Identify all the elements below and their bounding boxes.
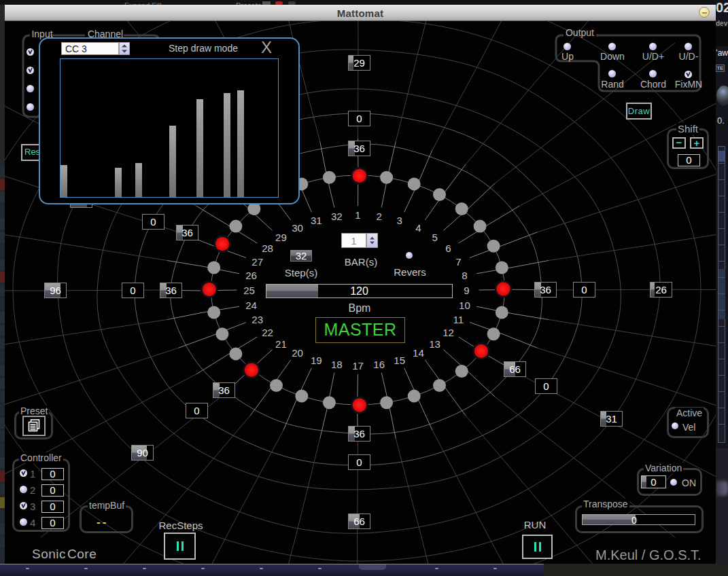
svg-text:7: 7 <box>455 256 461 268</box>
svg-text:27: 27 <box>252 256 263 268</box>
svg-text:23: 23 <box>252 314 263 325</box>
svg-text:9: 9 <box>464 285 469 296</box>
svg-text:1: 1 <box>355 209 360 221</box>
svg-text:13: 13 <box>429 338 440 350</box>
svg-text:32: 32 <box>331 211 343 222</box>
svg-text:20: 20 <box>292 347 303 359</box>
svg-text:18: 18 <box>331 359 343 370</box>
svg-text:17: 17 <box>352 360 364 372</box>
svg-text:21: 21 <box>275 338 287 350</box>
svg-text:12: 12 <box>443 327 454 338</box>
svg-text:11: 11 <box>453 314 464 325</box>
svg-text:15: 15 <box>394 355 405 366</box>
svg-text:28: 28 <box>262 242 273 254</box>
svg-text:22: 22 <box>262 327 273 338</box>
svg-text:19: 19 <box>311 355 322 366</box>
svg-text:25: 25 <box>243 285 255 296</box>
svg-text:5: 5 <box>432 232 437 243</box>
svg-text:14: 14 <box>413 347 424 359</box>
svg-text:30: 30 <box>292 222 303 234</box>
svg-text:31: 31 <box>311 215 322 226</box>
svg-text:16: 16 <box>373 359 385 370</box>
svg-text:29: 29 <box>275 232 287 243</box>
svg-text:3: 3 <box>397 215 402 226</box>
svg-text:24: 24 <box>245 300 257 311</box>
svg-text:4: 4 <box>415 222 421 234</box>
svg-text:2: 2 <box>377 211 382 222</box>
svg-text:10: 10 <box>459 300 470 311</box>
svg-text:8: 8 <box>462 270 467 281</box>
svg-text:6: 6 <box>445 242 451 254</box>
svg-text:26: 26 <box>245 270 257 281</box>
